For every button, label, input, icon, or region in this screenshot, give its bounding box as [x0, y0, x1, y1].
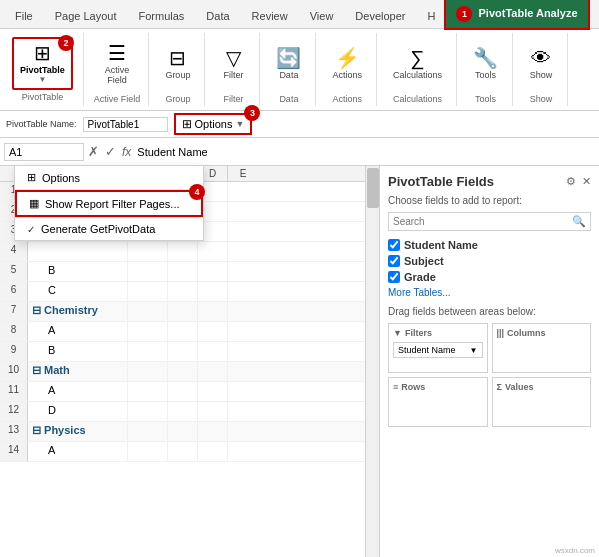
dropdown-item-show-report[interactable]: ▦ Show Report Filter Pages... 4 [15, 190, 203, 217]
tools-button[interactable]: 🔧 Tools [467, 44, 504, 84]
cell-c4[interactable] [168, 242, 198, 261]
gear-icon[interactable]: ⚙ [566, 175, 576, 188]
cell-a13[interactable]: ⊟ Physics [28, 422, 128, 441]
cell-c9[interactable] [168, 342, 198, 361]
options-button[interactable]: ⊞ Options ▼ [174, 113, 253, 135]
tab-developer[interactable]: Developer [344, 3, 416, 28]
formula-confirm[interactable]: ✓ [105, 144, 116, 159]
cell-b7[interactable] [128, 302, 168, 321]
cell-a10[interactable]: ⊟ Math [28, 362, 128, 381]
cell-b10[interactable] [128, 362, 168, 381]
field-checkbox-grade[interactable] [388, 271, 400, 283]
cell-b13[interactable] [128, 422, 168, 441]
cell-b11[interactable] [128, 382, 168, 401]
tools-group: 🔧 Tools Tools [459, 33, 513, 106]
options-arrow[interactable]: ▼ [235, 119, 244, 129]
group-button[interactable]: ⊟ Group [159, 44, 196, 84]
filter-button[interactable]: ▽ Filter [215, 44, 251, 84]
data-button[interactable]: 🔄 Data [270, 44, 307, 84]
cell-c11[interactable] [168, 382, 198, 401]
cell-b8[interactable] [128, 322, 168, 341]
active-field-button[interactable]: ☰ ActiveField [99, 39, 136, 89]
table-row: 14 A [0, 442, 379, 462]
cell-b14[interactable] [128, 442, 168, 461]
table-row: 13 ⊟ Physics [0, 422, 379, 442]
cell-b9[interactable] [128, 342, 168, 361]
tab-formulas[interactable]: Formulas [128, 3, 196, 28]
cell-a8[interactable]: A [28, 322, 128, 341]
dropdown-item-options[interactable]: ⊞ Options [15, 166, 203, 189]
cell-d8[interactable] [198, 322, 228, 341]
tab-file[interactable]: File [4, 3, 44, 28]
watermark: wsxdn.com [555, 546, 595, 555]
cell-a4[interactable] [28, 242, 128, 261]
dropdown-item-generate[interactable]: ✓ Generate GetPivotData [15, 218, 203, 240]
cell-d5[interactable] [198, 262, 228, 281]
pivot-search-input[interactable] [389, 214, 568, 229]
calculations-icon: ∑ [410, 48, 424, 68]
cell-c7[interactable] [168, 302, 198, 321]
pivottable-icon: ⊞ [34, 43, 51, 63]
cell-a12[interactable]: D [28, 402, 128, 421]
filters-label: Filters [405, 328, 432, 338]
cell-a14[interactable]: A [28, 442, 128, 461]
pivot-panel-header: PivotTable Fields ⚙ ✕ [388, 174, 591, 189]
cell-c8[interactable] [168, 322, 198, 341]
cell-d10[interactable] [198, 362, 228, 381]
columns-icon: ||| [497, 328, 505, 338]
cell-b6[interactable] [128, 282, 168, 301]
tab-h[interactable]: H [416, 3, 446, 28]
cell-c6[interactable] [168, 282, 198, 301]
filters-tag-dropdown[interactable]: ▼ [470, 346, 478, 355]
cell-c10[interactable] [168, 362, 198, 381]
cell-d9[interactable] [198, 342, 228, 361]
tab-pivottable-analyze[interactable]: 1 PivotTable Analyze [446, 0, 587, 28]
cell-a9[interactable]: B [28, 342, 128, 361]
cell-d4[interactable] [198, 242, 228, 261]
vertical-scrollbar[interactable] [365, 166, 379, 557]
tab-page-layout[interactable]: Page Layout [44, 3, 128, 28]
actions-button[interactable]: ⚡ Actions [326, 44, 368, 84]
cell-b12[interactable] [128, 402, 168, 421]
pivot-panel-icons: ⚙ ✕ [566, 175, 591, 188]
cell-d11[interactable] [198, 382, 228, 401]
cell-a11[interactable]: A [28, 382, 128, 401]
cell-a5[interactable]: B [28, 262, 128, 281]
name-box[interactable] [4, 143, 84, 161]
field-checkbox-subject[interactable] [388, 255, 400, 267]
cell-d7[interactable] [198, 302, 228, 321]
actions-group-label: Actions [332, 94, 362, 104]
cell-d6[interactable] [198, 282, 228, 301]
pivottable-label: PivotTable [20, 65, 65, 75]
cell-a6[interactable]: C [28, 282, 128, 301]
cell-d13[interactable] [198, 422, 228, 441]
cell-a7[interactable]: ⊟ Chemistry [28, 302, 128, 321]
cell-c13[interactable] [168, 422, 198, 441]
rows-label: Rows [401, 382, 425, 392]
pivottable-name-input[interactable] [83, 117, 168, 132]
more-tables-link[interactable]: More Tables... [388, 287, 591, 298]
calculations-button[interactable]: ∑ Calculations [387, 44, 448, 84]
formula-cancel[interactable]: ✗ [88, 144, 99, 159]
calculations-group: ∑ Calculations Calculations [379, 33, 457, 106]
table-row: 4 [0, 242, 379, 262]
show-button[interactable]: 👁 Show [523, 44, 559, 84]
cell-c5[interactable] [168, 262, 198, 281]
row-num-10: 10 [0, 362, 28, 381]
cell-c12[interactable] [168, 402, 198, 421]
tab-review[interactable]: Review [241, 3, 299, 28]
cell-b5[interactable] [128, 262, 168, 281]
cell-b4[interactable] [128, 242, 168, 261]
scrollbar-thumb[interactable] [367, 168, 379, 208]
cell-d12[interactable] [198, 402, 228, 421]
close-icon[interactable]: ✕ [582, 175, 591, 188]
cell-c14[interactable] [168, 442, 198, 461]
tab-data[interactable]: Data [195, 3, 240, 28]
pivottable-dropdown-arrow[interactable]: ▼ [38, 75, 46, 84]
field-checkbox-student-name[interactable] [388, 239, 400, 251]
table-row: 9 B [0, 342, 379, 362]
tab-view[interactable]: View [299, 3, 345, 28]
actions-label: Actions [332, 70, 362, 80]
cell-d14[interactable] [198, 442, 228, 461]
filters-tag-student-name[interactable]: Student Name ▼ [393, 342, 483, 358]
